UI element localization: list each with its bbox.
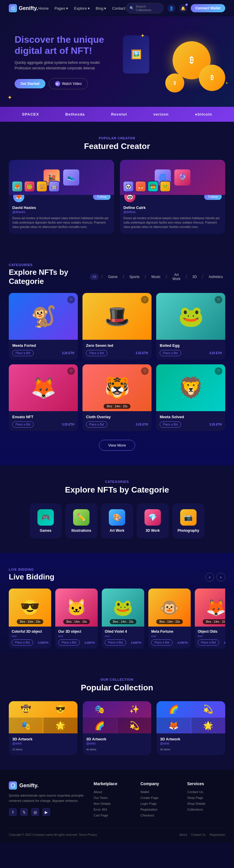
- collection-name-3: 3D Artwork: [160, 737, 222, 741]
- bottom-link-contact[interactable]: Contact Us: [191, 833, 205, 836]
- nav-explore[interactable]: Explore ▾: [74, 6, 90, 10]
- bid-tag-1: #Art: [12, 635, 48, 638]
- bid-btn-3[interactable]: Place a Bid: [160, 350, 181, 356]
- logo[interactable]: ⬡ Genifty.: [9, 4, 38, 12]
- notification-icon-btn[interactable]: 🔔 1: [179, 4, 187, 12]
- filter-3d[interactable]: 3D: [190, 274, 199, 280]
- nft-heart-4[interactable]: ♡: [67, 367, 75, 375]
- bidding-nav-arrows: ‹ ›: [205, 573, 225, 582]
- bottom-link-registration[interactable]: Registration: [210, 833, 225, 836]
- bid-body-5: Object Olds #Art Place a Bid 3.25ETH: [195, 626, 225, 649]
- view-more-button[interactable]: View More: [99, 440, 135, 451]
- instagram-icon[interactable]: ◎: [31, 808, 39, 816]
- link-shop-page[interactable]: Shop Page: [187, 796, 225, 800]
- search-box[interactable]: 🔍 Search Collections: [126, 3, 164, 13]
- category-illustrations[interactable]: ✏️ Illustrations: [65, 503, 97, 538]
- category-section: Categories Explore NFTs by Categorie 🎮 G…: [0, 465, 234, 553]
- filter-game[interactable]: Game: [106, 274, 120, 280]
- bid-action-2[interactable]: Place a Bid: [58, 640, 79, 646]
- nft-card-6: 🦁 ♡ Meeta Solved Place a Bid 3.25 ETH: [156, 364, 225, 431]
- brands-bar: SPACEX Bethesda Revolut verizon ●bitcoin: [0, 107, 234, 122]
- arrow-prev[interactable]: ‹: [205, 573, 214, 582]
- link-about[interactable]: About: [94, 790, 132, 794]
- nft-heart-6[interactable]: ♡: [215, 367, 222, 375]
- nav-contact[interactable]: Contact: [112, 6, 125, 10]
- bid-btn-5[interactable]: Place a Bid: [86, 422, 107, 428]
- bid-footer-4: Place a Bid 3.25ETH: [151, 640, 188, 646]
- bid-body-1: Colorful 3D object #Art Place a Bid 3.25…: [9, 626, 51, 649]
- link-error-404[interactable]: Error 404: [94, 808, 132, 811]
- brand-bethesda: Bethesda: [65, 112, 85, 117]
- bid-action-3[interactable]: Place a Bid: [105, 640, 126, 646]
- bid-body-2: Our 3D object #Art Place a Bid 3.25ETH: [55, 626, 98, 649]
- link-wallet[interactable]: Wallet: [140, 790, 178, 794]
- filter-asthetics[interactable]: Asthetics: [206, 274, 225, 280]
- watch-video-button[interactable]: ▶ Watch Video: [49, 78, 88, 89]
- link-our-team[interactable]: Our Team: [94, 796, 132, 800]
- bid-action-5[interactable]: Place a Bid: [198, 640, 219, 646]
- bid-action-4[interactable]: Place a Bid: [151, 640, 173, 646]
- filter-artwork[interactable]: Art Work: [170, 272, 183, 282]
- col-thumb-1d: 🌟: [43, 718, 77, 733]
- youtube-icon[interactable]: ▶: [42, 808, 50, 816]
- artwork-label: Art Work: [106, 529, 128, 533]
- filter-all[interactable]: All: [90, 274, 98, 280]
- arrow-next[interactable]: ›: [216, 573, 225, 582]
- filter-music[interactable]: Music: [149, 274, 163, 280]
- hero-star-bottom: ✦: [7, 94, 12, 101]
- nft-heart-1[interactable]: ♡: [67, 296, 75, 304]
- explore1-title: Explore NFTs by Categorie: [9, 268, 90, 286]
- link-registration[interactable]: Registration: [140, 808, 178, 811]
- bid-btn-4[interactable]: Place a Bid: [12, 422, 34, 428]
- nft-heart-3[interactable]: ♡: [215, 296, 222, 304]
- category-games[interactable]: 🎮 Games: [30, 503, 62, 538]
- nft-footer-4: Place a Bid 3.25 ETH: [12, 422, 74, 428]
- nav-links: Home Pages ▾ Explore ▾ Blog ▾ Contact: [38, 6, 125, 10]
- category-photography[interactable]: 📷 Photography: [172, 503, 204, 538]
- footer-bottom: Copyright © 2022 Company name All rights…: [9, 828, 225, 836]
- nft-thumb-2: 👟: [63, 169, 79, 186]
- link-login-page[interactable]: Login Page: [140, 802, 178, 805]
- hero-content: Discover the unique digital art of NFT! …: [14, 34, 117, 89]
- navbar: ⬡ Genifty. Home Pages ▾ Explore ▾ Blog ▾…: [0, 0, 234, 17]
- nav-blog[interactable]: Blog ▾: [96, 6, 106, 10]
- star-icon-2: ✦: [225, 81, 228, 85]
- bid-price-4: 3.25ETH: [177, 641, 188, 644]
- bid-btn-1[interactable]: Place a Bid: [12, 350, 34, 356]
- nav-home[interactable]: Home: [38, 6, 48, 10]
- footer-services: Services Contact Us Shop Page Shop Detai…: [187, 781, 225, 819]
- connect-wallet-button[interactable]: Connect Wallet: [191, 4, 225, 12]
- footer-top: ⬡ Genifty. Quickly administrate open-sou…: [9, 781, 225, 819]
- nft-heart-5[interactable]: ♡: [141, 367, 148, 375]
- nft-price-2: 3.25 ETH: [136, 351, 148, 355]
- nft-heart-2[interactable]: ♡: [141, 296, 148, 304]
- hero-buttons: Get Started ▶ Watch Video: [14, 78, 117, 89]
- link-collections[interactable]: Collections: [187, 808, 225, 811]
- bottom-link-about[interactable]: About: [179, 833, 187, 836]
- bid-timer-4: 3hrs : 14m : 15s: [156, 619, 183, 624]
- bid-btn-6[interactable]: Place a Bid: [160, 422, 181, 428]
- category-3dwork[interactable]: 💎 3D Work: [137, 503, 169, 538]
- link-create-page[interactable]: Create Page: [140, 796, 178, 800]
- nav-pages[interactable]: Pages ▾: [55, 6, 68, 10]
- facebook-icon[interactable]: f: [9, 808, 17, 816]
- bid-btn-2[interactable]: Place a Bid: [86, 350, 107, 356]
- get-started-button[interactable]: Get Started: [14, 79, 45, 88]
- nft-price-6: 3.25 ETH: [209, 423, 222, 426]
- link-checkout[interactable]: Checkout: [140, 813, 178, 817]
- link-contact-us[interactable]: Contact Us: [187, 790, 225, 794]
- twitter-icon[interactable]: 𝕏: [20, 808, 28, 816]
- category-artwork[interactable]: 🎨 Art Work: [101, 503, 133, 538]
- bid-price-5: 3.25ETH: [224, 641, 225, 644]
- user-icon-btn[interactable]: 👤: [167, 4, 175, 12]
- collection-meta-3: 30 Items: [157, 748, 225, 751]
- bid-body-3: Oiled Violet 4 #Art Place a Bid 3.25ETH: [102, 626, 144, 649]
- bid-action-1[interactable]: Place a Bid: [12, 640, 33, 646]
- creator-name-2: Define Calrk: [120, 206, 225, 210]
- filter-sports[interactable]: Sports: [127, 274, 142, 280]
- link-shop-details[interactable]: Shop Details: [187, 802, 225, 805]
- brand-spacex: SPACEX: [22, 112, 39, 117]
- creator-bio-2: Dones ad montes ut tincidunt eaepict cla…: [120, 216, 225, 229]
- link-cart-page[interactable]: Cart Page: [94, 813, 132, 817]
- link-item-details[interactable]: Item Details: [94, 802, 132, 805]
